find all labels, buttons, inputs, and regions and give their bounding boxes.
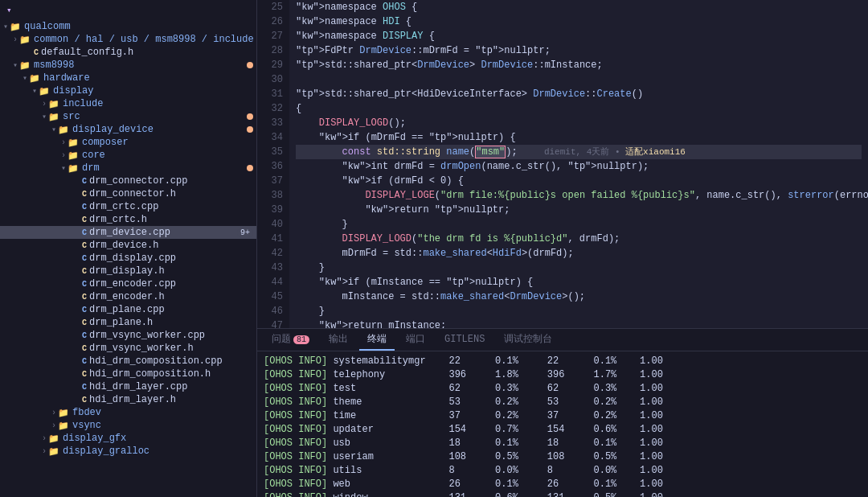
tree-arrow-empty [71,203,80,212]
tree-item-label: default_config.h [41,47,133,58]
sidebar-item-src[interactable]: ▾ 📁src [0,110,256,123]
sidebar-item-drm_crtc.h[interactable]: Cdrm_crtc.h [0,213,256,226]
code-line-35: const std::string name("msm"); diemit, 4… [296,145,862,159]
sidebar-item-hdi_drm_layer.h[interactable]: Chdi_drm_layer.h [0,393,256,406]
sidebar-item-drm_device.h[interactable]: Cdrm_device.h [0,239,256,252]
sidebar-item-fbdev[interactable]: › 📁fbdev [0,406,256,419]
c-file-icon: C [82,254,87,263]
line-number: 30 [264,72,283,87]
tree-arrow-empty [71,280,80,289]
sidebar-item-drm_encoder.cpp[interactable]: Cdrm_encoder.cpp [0,277,256,290]
line-number: 41 [264,232,283,246]
terminal-tab-调试控制台[interactable]: 调试控制台 [496,329,560,351]
code-line-31: "tp">std::shared_ptr<HdiDeviceInterface>… [296,87,862,101]
sidebar-item-hardware[interactable]: ▾ 📁hardware [0,72,256,84]
sidebar-item-drm_vsync_worker.cpp[interactable]: Cdrm_vsync_worker.cpp [0,329,256,342]
c-header-icon: C [82,267,87,276]
tree-item-label: hardware [43,72,90,84]
sidebar-item-display_gfx[interactable]: › 📁display_gfx [0,432,256,445]
terminal-output[interactable]: [OHOS INFO] systemabilitymgr 22 0.1% 22 … [257,351,868,497]
tree-item-label: composer [82,137,129,148]
sidebar-item-drm_encoder.h[interactable]: Cdrm_encoder.h [0,290,256,303]
tree-item-label: drm_display.h [89,265,165,277]
sidebar-item-drm_plane.h[interactable]: Cdrm_plane.h [0,316,256,329]
tree-arrow: › [42,447,47,456]
line-number: 46 [264,304,283,318]
folder-icon: 📁 [68,138,79,148]
sidebar-item-qualcomm[interactable]: ▾ 📁qualcomm [0,20,256,33]
folder-icon: 📁 [58,408,69,418]
terminal-tab-GITLENS[interactable]: GITLENS [436,331,493,350]
folder-icon: 📁 [58,421,69,431]
terminal-tab-端口[interactable]: 端口 [398,329,433,351]
tree-item-label: msm8998 [34,60,74,71]
tree-arrow: › [13,35,18,44]
tree-arrow-empty [71,318,80,327]
terminal-tab-输出[interactable]: 输出 [321,329,356,351]
sidebar-item-hdi_drm_composition.cpp[interactable]: Chdi_drm_composition.cpp [0,355,256,368]
sidebar-item-display[interactable]: ▾ 📁display [0,84,256,97]
sidebar-item-drm_connector.cpp[interactable]: Cdrm_connector.cpp [0,175,256,187]
sidebar-item-drm_vsync_worker.h[interactable]: Cdrm_vsync_worker.h [0,342,256,355]
line-number: 29 [264,58,283,72]
tree-arrow: › [61,138,66,147]
sidebar-item-vsync[interactable]: › 📁vsync [0,419,256,432]
code-content[interactable]: "kw">namespace OHOS {"kw">namespace HDI … [289,0,868,328]
tree-arrow-empty [71,228,80,237]
code-line-40: } [296,217,862,232]
code-line-42: mDrmFd = std::make_shared<HdiFd>(drmFd); [296,246,862,261]
tree-item-label: hdi_drm_layer.h [89,394,176,405]
code-line-38: DISPLAY_LOGE("drm file:%{public}s open f… [296,188,862,203]
sidebar-item-drm_device.cpp[interactable]: Cdrm_device.cpp9+ [0,226,256,239]
tree-arrow-empty [71,216,80,224]
c-header-icon: C [82,370,87,379]
terminal-line: [OHOS INFO] updater 154 0.7% 154 0.6% 1.… [264,423,862,437]
code-line-34: "kw">if (mDrmFd == "tp">nullptr) { [296,130,862,145]
tree-arrow-empty [71,306,80,314]
sidebar-item-drm_display.h[interactable]: Cdrm_display.h [0,265,256,277]
sidebar-item-hdi_drm_composition.h[interactable]: Chdi_drm_composition.h [0,368,256,380]
sidebar-item-hdi_drm_layer.cpp[interactable]: Chdi_drm_layer.cpp [0,380,256,393]
code-line-33: DISPLAY_LOGD(); [296,116,862,130]
folder-icon: 📁 [48,112,59,122]
sidebar-item-default_config.h[interactable]: Cdefault_config.h [0,46,256,59]
tree-item-label: common / hal / usb / msm8998 / include [34,34,254,45]
sidebar-item-msm8998[interactable]: ▾ 📁msm8998 [0,59,256,72]
c-header-icon: C [82,344,87,353]
tree-item-label: vsync [72,420,101,431]
tree-item-label: drm [82,162,100,174]
sidebar-item-drm_display.cpp[interactable]: Cdrm_display.cpp [0,252,256,265]
sidebar-item-display_device[interactable]: ▾ 📁display_device [0,123,256,136]
sidebar-item-display_gralloc[interactable]: › 📁display_gralloc [0,445,256,458]
tree-arrow-empty [71,396,80,405]
sidebar-root-label: ▾ [0,0,256,20]
sidebar-item-drm_plane.cpp[interactable]: Cdrm_plane.cpp [0,303,256,316]
sidebar-item-drm_crtc.cpp[interactable]: Cdrm_crtc.cpp [0,200,256,213]
line-number: 45 [264,290,283,304]
terminal-tab-终端[interactable]: 终端 [359,329,395,351]
tree-item-label: drm_device.h [89,240,158,251]
sidebar-item-drm[interactable]: ▾ 📁drm [0,162,256,175]
tree-item-label: drm_plane.cpp [89,304,165,315]
sidebar-item-common-hal-usb[interactable]: › 📁common / hal / usb / msm8998 / includ… [0,33,256,46]
sidebar-item-drm_connector.h[interactable]: Cdrm_connector.h [0,187,256,200]
code-line-36: "kw">int drmFd = drmOpen(name.c_str(), "… [296,159,862,174]
tree-arrow-empty [71,331,80,340]
terminal-tab-问题[interactable]: 问题81 [264,329,317,351]
sidebar-item-core[interactable]: › 📁core [0,149,256,162]
line-number: 27 [264,29,283,43]
sidebar-item-include[interactable]: › 📁include [0,97,256,110]
terminal-panel: 问题81输出终端端口GITLENS调试控制台 [OHOS INFO] syste… [257,328,868,497]
sidebar-item-composer[interactable]: › 📁composer [0,136,256,149]
line-number: 34 [264,130,283,145]
tree-arrow: › [51,409,56,417]
c-header-icon: C [82,318,87,327]
tree-item-label: hdi_drm_layer.cpp [89,381,187,392]
tree-item-label: fbdev [72,407,101,418]
c-file-icon: C [82,280,87,289]
code-line-37: "kw">if (drmFd < 0) { [296,174,862,188]
tree-item-label: drm_connector.h [89,188,176,199]
line-number: 39 [264,203,283,217]
modified-dot [247,165,253,171]
c-header-icon: C [82,241,87,250]
